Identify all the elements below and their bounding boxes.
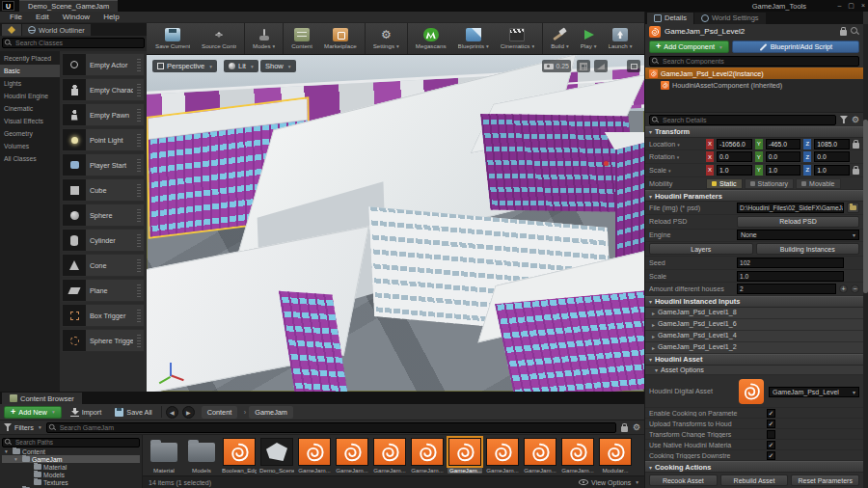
view-options-button[interactable]: View Options [579,479,638,486]
toolbar-button[interactable]: Marketplace [318,23,366,54]
menu-item[interactable]: Edit [29,13,56,21]
building-instances-button[interactable]: Building Instances [756,243,860,255]
asset-tile[interactable]: GameJam... [560,438,595,474]
cooking-action-button[interactable]: Reset Parameters [791,474,859,486]
section-houdini-asset[interactable]: Houdini Asset [645,354,863,366]
asset-tile[interactable]: Demo_Scene... [259,438,294,474]
asset-tile[interactable]: GameJam... [410,438,445,474]
section-cooking-actions[interactable]: Cooking Actions [645,461,863,473]
drag-handle-icon[interactable] [137,233,141,247]
window-control-button[interactable]: ▢ [848,2,854,10]
drag-handle-icon[interactable] [137,258,141,272]
save-all-button[interactable]: Save All [110,406,156,419]
section-transform[interactable]: Transform [645,126,863,138]
menu-item[interactable]: File [3,13,29,21]
maximize-viewport-button[interactable] [627,60,640,72]
section-houdini-parameters[interactable]: Houdini Parameters [645,190,863,202]
asset-tile[interactable]: GameJam... [372,438,407,474]
grid-snap-button[interactable] [577,60,590,72]
actor-item[interactable]: Sphere [62,203,145,227]
toolbar-button[interactable]: Save Current [149,23,196,54]
settings-icon[interactable] [633,423,640,432]
reload-psd-button[interactable]: Reload PSD [737,216,859,228]
category-item[interactable]: Visual Effects [0,115,60,127]
actor-item[interactable]: Empty Pawn [62,103,145,126]
checkbox[interactable] [767,451,775,460]
location-label[interactable]: Location [649,140,703,149]
instanced-input-row[interactable]: GameJam_Psd_Level1_6 [645,319,863,331]
asset-tile[interactable]: Boolean_Edge... [222,438,257,474]
toolbar-button[interactable]: Content [285,23,318,54]
lit-mode-button[interactable]: Lit [224,60,258,72]
category-item[interactable]: Recently Placed [0,52,60,65]
toolbar-button[interactable]: Build [545,23,575,54]
drag-handle-icon[interactable] [137,133,141,147]
actor-item[interactable]: Cube [62,178,145,202]
tree-row[interactable]: Textures [2,478,140,486]
asset-tile[interactable]: GameJam... [485,438,520,474]
camera-speed-button[interactable]: 0.25 [542,60,571,72]
actor-sprite[interactable] [604,161,609,166]
tree-row[interactable]: Models [2,471,140,478]
digital-asset-dropdown[interactable]: GameJam_Psd_Level [769,387,859,397]
3d-viewport[interactable]: Perspective Lit Show 0.25 [147,55,644,392]
drag-handle-icon[interactable] [137,83,141,96]
tree-row[interactable]: Material [2,463,140,471]
scale-label[interactable]: Scale [649,166,703,175]
component-tree-root[interactable]: GameJam_Psd_Level2(Instance) [645,68,863,79]
drag-handle-icon[interactable] [137,158,141,172]
browse-button[interactable] [847,203,859,213]
search-assets-input[interactable] [46,422,616,433]
breadcrumb-item[interactable]: Content [202,406,238,419]
drag-handle-icon[interactable] [137,284,141,297]
search-details-input[interactable] [649,115,836,125]
toolbar-button[interactable]: Modes [247,23,284,54]
category-item[interactable]: Basic [0,65,60,77]
tree-row[interactable]: ▾ GameJam [2,455,140,463]
toolbar-button[interactable]: Blueprints [452,23,495,54]
toolbar-button[interactable]: Play [575,23,603,54]
tab-content-browser[interactable]: Content Browser [2,393,82,404]
section-asset-options[interactable]: Asset Options [645,366,863,376]
filters-button[interactable]: Filters [4,423,41,432]
drag-handle-icon[interactable] [137,309,141,322]
asset-tile[interactable]: GameJam... [297,438,332,474]
checkbox[interactable] [767,409,775,418]
tree-row[interactable]: ▾ Content [2,447,140,455]
asset-tile[interactable]: GameJam... [335,438,369,474]
rotation-z-field[interactable]: 0.0 [814,151,850,162]
component-tree-child[interactable]: HoudiniAssetComponent (Inherited) [645,79,863,91]
scale-y-field[interactable]: 1.0 [766,165,801,176]
lock-icon[interactable] [840,30,847,36]
increment-button[interactable] [839,285,848,293]
import-button[interactable]: Import [66,406,107,419]
asset-tile[interactable]: Modular... [598,438,633,474]
level-tab[interactable]: Demo_Scene_GameJam [19,0,118,12]
instanced-input-row[interactable]: GameJam_Psd_Level1_2 [645,342,863,354]
toolbar-button[interactable]: Settings [367,23,408,54]
asset-tile[interactable]: GameJam... [523,438,557,474]
gear-icon[interactable] [852,116,859,124]
show-flags-button[interactable]: Show [260,60,296,72]
add-new-button[interactable]: Add New [4,406,62,419]
scrollbar-thumb[interactable] [863,120,868,293]
rotation-label[interactable]: Rotation [649,152,703,161]
rotation-snap-button[interactable] [594,60,608,72]
tab-world-outliner[interactable]: World Outliner [22,24,91,36]
actor-item[interactable]: Plane [62,279,145,302]
scale-z-field[interactable]: 1.0 [814,165,850,176]
checkbox[interactable] [767,441,775,449]
search-icon[interactable] [851,27,859,36]
window-control-button[interactable]: × [861,2,865,10]
location-y-field[interactable]: -465.0 [766,139,801,149]
search-classes-input[interactable] [2,38,145,48]
toolbar-button[interactable]: Megascans [410,23,452,54]
seed-field[interactable]: 102 [737,258,844,268]
category-item[interactable]: All Classes [0,152,60,165]
tab-world-settings[interactable]: World Settings [694,13,766,24]
add-component-button[interactable]: Add Component [649,41,729,53]
category-item[interactable]: Geometry [0,127,60,140]
tab-details[interactable]: Details [647,13,693,24]
category-item[interactable]: Houdini Engine [0,90,60,102]
filter-icon[interactable] [840,116,848,123]
